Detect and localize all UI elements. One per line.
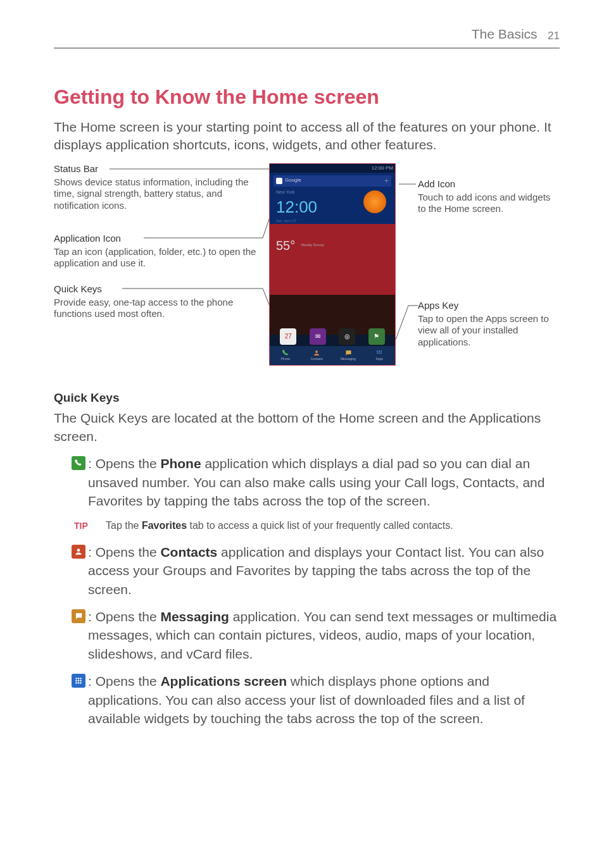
svg-point-18 xyxy=(80,678,82,679)
label-apps-key: Apps Key Tap to open the Apps screen to … xyxy=(418,300,557,349)
svg-point-15 xyxy=(77,549,80,552)
section-title: The Basics xyxy=(472,27,538,41)
phone-mockup: 12:00 PM Google + New York 12:00 Sat, Ap… xyxy=(269,163,396,366)
temp-value: 55° xyxy=(276,239,295,252)
label-application-icon: Application Icon Tap an icon (applicatio… xyxy=(54,233,269,270)
quick-key-text: : Opens the Phone application which disp… xyxy=(88,454,560,510)
weather-text: Mostly Sunny xyxy=(301,242,324,247)
quick-keys-intro: The Quick Keys are located at the bottom… xyxy=(54,409,560,445)
svg-point-24 xyxy=(80,682,82,684)
apps-icon xyxy=(72,674,85,688)
svg-point-12 xyxy=(377,352,378,354)
quick-key-apps: : Opens the Applications screen which di… xyxy=(54,672,560,728)
dock-label: Phone xyxy=(281,357,290,361)
quick-key-contacts: : Opens the Contacts application and dis… xyxy=(54,543,560,598)
search-text: Google xyxy=(285,177,384,184)
quick-key-text: : Opens the Contacts application and dis… xyxy=(88,543,560,598)
svg-point-10 xyxy=(379,350,380,352)
messaging-icon xyxy=(72,609,85,623)
dock-label: Apps xyxy=(376,357,383,361)
svg-point-8 xyxy=(315,350,318,353)
email-icon: ✉ xyxy=(310,328,326,345)
label-quick-keys: Quick Keys Provide easy, one-tap access … xyxy=(54,283,269,320)
quick-key-messaging: : Opens the Messaging application. You c… xyxy=(54,607,560,663)
svg-point-17 xyxy=(78,678,80,679)
quick-key-phone: : Opens the Phone application which disp… xyxy=(54,454,560,510)
mock-search-bar: Google + xyxy=(274,175,391,187)
dock-apps: Apps xyxy=(364,346,396,365)
mock-temp: 55° Mostly Sunny xyxy=(276,237,395,254)
quick-key-text: : Opens the Messaging application. You c… xyxy=(88,607,560,663)
label-title: Add Icon xyxy=(418,178,557,190)
mock-status-bar: 12:00 PM xyxy=(270,164,395,173)
dock-label: Contacts xyxy=(310,357,323,361)
calendar-icon: 27 xyxy=(280,328,296,345)
label-title: Apps Key xyxy=(418,300,557,312)
svg-point-11 xyxy=(381,350,382,352)
mock-date: Sat, April 27 xyxy=(276,218,395,223)
intro-paragraph: The Home screen is your starting point t… xyxy=(54,118,560,154)
svg-point-22 xyxy=(75,682,77,684)
label-desc: Touch to add icons and widgets to the Ho… xyxy=(418,192,550,214)
page-title: Getting to Know the Home screen xyxy=(54,84,560,111)
tip-text: Tap the Favorites tab to access a quick … xyxy=(106,519,453,533)
page-number: 21 xyxy=(548,29,560,44)
label-add-icon: Add Icon Touch to add icons and widgets … xyxy=(418,178,557,215)
mock-status-time: 12:00 PM xyxy=(372,165,393,171)
camera-icon: ◎ xyxy=(339,328,355,345)
quick-keys-heading: Quick Keys xyxy=(54,390,560,406)
phone-icon xyxy=(72,456,85,470)
svg-point-20 xyxy=(78,680,80,682)
label-desc: Provide easy, one-tap access to the phon… xyxy=(54,297,233,319)
sun-icon xyxy=(363,190,386,213)
label-desc: Shows device status information, includi… xyxy=(54,177,249,211)
svg-point-13 xyxy=(379,352,380,354)
label-status-bar: Status Bar Shows device status informati… xyxy=(54,163,269,212)
label-title: Status Bar xyxy=(54,163,269,175)
tip-label: TIP xyxy=(74,520,106,532)
dock-messaging: Messaging xyxy=(332,346,364,365)
maps-icon: ⚑ xyxy=(368,328,385,345)
label-desc: Tap an icon (application, folder, etc.) … xyxy=(54,246,256,269)
svg-point-9 xyxy=(377,350,378,352)
home-screen-diagram: Status Bar Shows device status informati… xyxy=(54,163,560,372)
dock-label: Messaging xyxy=(341,357,356,361)
quick-keys-list: : Opens the Phone application which disp… xyxy=(54,454,560,728)
label-title: Quick Keys xyxy=(54,283,269,295)
label-title: Application Icon xyxy=(54,233,269,245)
page-header: The Basics 21 xyxy=(54,25,560,49)
mic-icon xyxy=(276,178,282,184)
svg-point-14 xyxy=(381,352,382,354)
quick-key-text: : Opens the Applications screen which di… xyxy=(88,672,560,728)
svg-point-19 xyxy=(75,680,77,682)
mock-dock: Phone Contacts Messaging Apps xyxy=(270,346,395,365)
label-desc: Tap to open the Apps screen to view all … xyxy=(418,313,549,348)
svg-point-21 xyxy=(80,680,82,682)
contacts-icon xyxy=(72,545,85,559)
dock-phone: Phone xyxy=(270,346,301,365)
mock-icon-row: 27 ✉ ◎ ⚑ xyxy=(270,328,395,345)
dock-contacts: Contacts xyxy=(301,346,333,365)
tip-row: TIP Tap the Favorites tab to access a qu… xyxy=(74,519,560,533)
svg-point-16 xyxy=(75,678,77,679)
svg-point-23 xyxy=(78,682,80,684)
plus-icon: + xyxy=(384,176,389,186)
